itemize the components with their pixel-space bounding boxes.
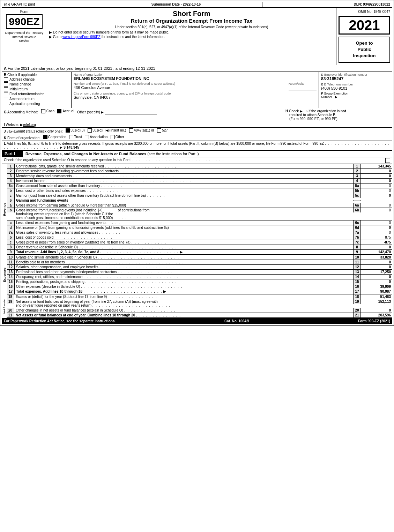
row6c-label: Less: direct expenses from gaming and fu… (15, 220, 353, 225)
row-21: 21 Net assets or fund balances at end of… (7, 313, 392, 318)
row-5a: 5a Gross amount from sale of assets othe… (7, 183, 392, 188)
org-name: ERLANG ECOSYSTEM FOUNDATION INC (74, 76, 317, 81)
row6-label: Gaming and fundraising events (15, 198, 353, 203)
row-6d: d Net income or (loss) from gaming and f… (7, 225, 392, 230)
revenue-side-label: Revenue (2, 164, 7, 255)
row11-linenum: 11 (353, 260, 361, 264)
row2-linenum: 2 (353, 169, 361, 173)
row-12: 12 Salaries, other compensation, and emp… (7, 265, 392, 270)
row-20: 20 Other changes in net assets or fund b… (7, 308, 392, 313)
name-change-checkbox[interactable] (4, 82, 8, 87)
row5c-num: c (7, 193, 15, 198)
row8-label: Other revenue (describe in Schedule O) .… (15, 245, 353, 249)
row15-num: 15 (7, 279, 15, 284)
row5b-num: b (7, 188, 15, 193)
row14-linenum: 14 (353, 275, 361, 279)
501c-checkbox[interactable] (88, 128, 92, 133)
accrual-checkbox[interactable] (57, 109, 61, 113)
dept-label: Department of the TreasuryInternal Reven… (5, 31, 44, 43)
row6c-num: c (7, 220, 15, 225)
form-year: 2021 (339, 16, 390, 35)
ein-value: 83-3185247 (321, 76, 390, 81)
form-title-line1: Short Form (49, 10, 334, 18)
net-assets-side-label: Net Assets (2, 294, 7, 318)
amended-return-checkbox[interactable] (4, 97, 8, 101)
row18-label: Excess or (deficit) for the year (Subtra… (14, 294, 353, 299)
row15-linenum: 15 (353, 279, 361, 284)
row4-label: Investment income . . . . . . . . . . . … (15, 179, 353, 183)
4947a1-checkbox[interactable] (129, 128, 133, 133)
row-6a: a Gross income from gaming (attach Sched… (7, 203, 392, 208)
row8-value: 0 (361, 245, 392, 249)
row5a-label: Gross amount from sale of assets other t… (15, 183, 353, 188)
row17-linenum: 17 (353, 289, 361, 294)
instruction1: ▶ Do not enter social security numbers o… (49, 30, 334, 34)
row2-label: Program service revenue including govern… (15, 169, 353, 173)
row9-label: Total revenue. Add lines 1, 2, 3, 4, 5c,… (15, 250, 353, 254)
row18-num: 18 (7, 294, 14, 299)
row6c-subvalue: 0 (361, 220, 392, 225)
row9-num: 9 (7, 250, 15, 254)
schedule-o-check: Check if the organization used Schedule … (2, 157, 392, 164)
row6a-subvalue: 0 (361, 203, 392, 208)
527-checkbox[interactable] (157, 128, 161, 133)
row12-num: 12 (7, 265, 15, 269)
row-4: 4 Investment income . . . . . . . . . . … (7, 179, 392, 183)
501c3-checkbox[interactable] (66, 128, 70, 133)
row4-value: 0 (361, 179, 392, 183)
row12-label: Salaries, other compensation, and employ… (15, 265, 353, 269)
association-checkbox[interactable] (85, 135, 89, 139)
row-8: 8 Other revenue (describe in Schedule O)… (7, 245, 392, 250)
row7c-num: c (7, 240, 15, 245)
final-return-checkbox[interactable] (4, 92, 8, 96)
open-to-public: Open toPublicInspection (339, 37, 390, 63)
row7c-value: -875 (361, 240, 392, 245)
row7a-label: Gross sales of inventory, less returns a… (15, 230, 353, 235)
row-7b: b Less: cost of goods sold . . . . . . .… (7, 235, 392, 240)
row-7a: 7a Gross sales of inventory, less return… (7, 230, 392, 235)
row6d-linenum: 6d (353, 225, 361, 230)
row5c-value: 0 (361, 193, 392, 198)
cash-checkbox[interactable] (41, 109, 45, 113)
row3-label: Membership dues and assessments . . . . … (15, 174, 353, 178)
section-h: H Check ▶ ○ if the organization is not r… (285, 109, 390, 121)
section-c: Name of organization ERLANG ECOSYSTEM FO… (72, 72, 319, 108)
row-2: 2 Program service revenue including gove… (7, 169, 392, 174)
corporation-checkbox[interactable] (43, 135, 47, 139)
row7b-subnum: 7b (353, 235, 361, 240)
row10-label: Grants and similar amounts paid (list in… (15, 255, 353, 260)
initial-return-checkbox[interactable] (4, 87, 8, 91)
other-checkbox[interactable] (111, 135, 115, 139)
row11-value: 0 (361, 260, 392, 264)
row6b-label: Gross income from fundraising events (no… (15, 208, 353, 220)
row7c-label: Gross profit or (loss) from sales of inv… (15, 240, 353, 245)
row18-linenum: 18 (353, 294, 361, 299)
row-7c: c Gross profit or (loss) from sales of i… (7, 240, 392, 245)
row6b-subvalue: 0 (361, 208, 392, 212)
section-l: L Add lines 5b, 6c, and 7b to line 9 to … (2, 141, 392, 151)
address-change-checkbox[interactable] (4, 77, 8, 82)
section-k: K Form of organization: Corporation Trus… (2, 134, 392, 141)
form-number: 990EZ (6, 14, 42, 29)
instruction2: ▶ Go to www.irs.gov/Form990EZ for instru… (49, 35, 334, 39)
trust-checkbox[interactable] (69, 135, 73, 139)
form-label: Form (20, 10, 28, 14)
row6a-num: a (7, 203, 15, 208)
row6d-label: Net income or (loss) from gaming and fun… (15, 225, 353, 230)
row1-label: Contributions, gifts, grants, and simila… (15, 164, 353, 168)
application-pending-checkbox[interactable] (4, 102, 8, 106)
row-6c: c Less: direct expenses from gaming and … (7, 220, 392, 225)
expenses-side-label: Expenses (2, 255, 7, 294)
row16-linenum: 16 (353, 284, 361, 289)
row-14: 14 Occupancy, rent, utilities, and maint… (7, 275, 392, 279)
row10-num: 10 (7, 255, 15, 260)
row5b-subvalue: 0 (361, 188, 392, 193)
row7b-subvalue: 875 (361, 235, 392, 240)
footer-paperwork: For Paperwork Reduction Act Notice, see … (4, 319, 116, 323)
row15-value: 0 (361, 279, 392, 284)
row15-label: Printing, publications, postage, and shi… (15, 279, 353, 284)
efile-label: efile GRAPHIC print (2, 2, 90, 7)
row6d-num: d (7, 225, 15, 230)
row6a-label: Gross income from gaming (attach Schedul… (15, 203, 353, 208)
row6c-subnum: 6c (353, 220, 361, 225)
